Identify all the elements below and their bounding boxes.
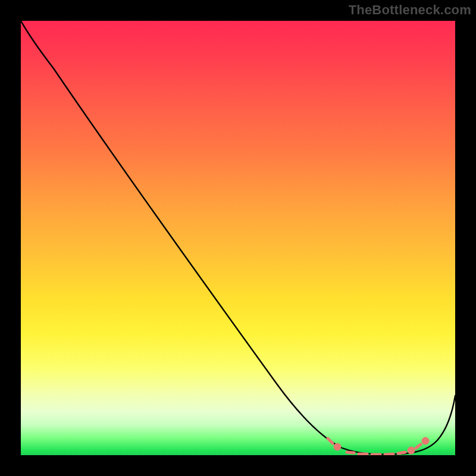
svg-line-6 bbox=[398, 452, 405, 453]
chart-frame: TheBottleneck.com bbox=[0, 0, 476, 476]
watermark-text: TheBottleneck.com bbox=[349, 2, 471, 18]
curve-layer bbox=[21, 21, 455, 455]
optimal-range-markers bbox=[328, 439, 428, 455]
svg-point-9 bbox=[423, 439, 428, 443]
plot-area bbox=[21, 21, 455, 455]
svg-point-1 bbox=[335, 444, 340, 449]
bottleneck-curve bbox=[21, 21, 455, 455]
svg-line-0 bbox=[328, 439, 333, 443]
svg-line-2 bbox=[347, 452, 354, 453]
svg-line-8 bbox=[416, 444, 421, 448]
svg-line-5 bbox=[385, 454, 393, 455]
svg-point-7 bbox=[409, 448, 414, 453]
